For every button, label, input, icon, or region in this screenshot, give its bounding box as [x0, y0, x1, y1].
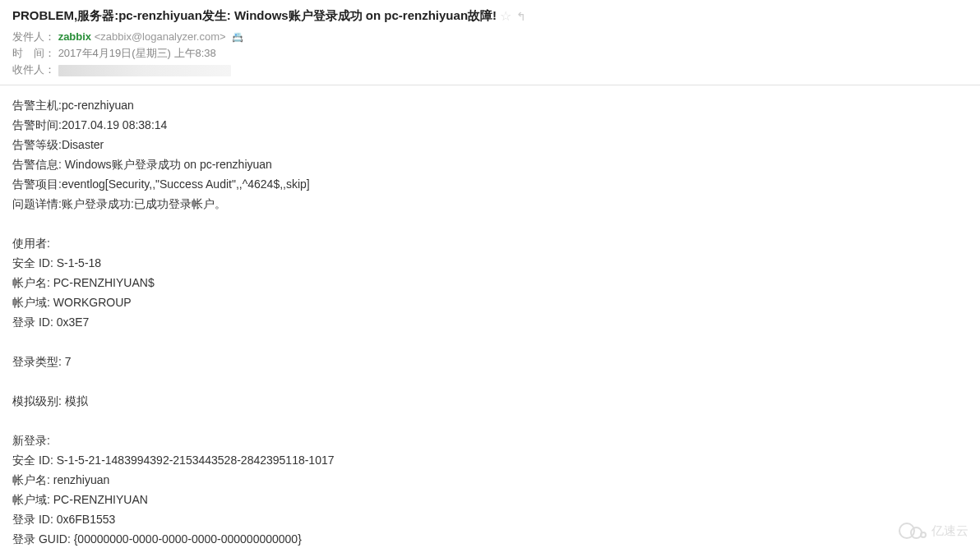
watermark-cloud-icon	[899, 522, 927, 540]
recipient-row: 收件人：	[12, 62, 968, 78]
time-label: 时 间：	[12, 47, 55, 59]
recipient-label: 收件人：	[12, 63, 55, 76]
time-value: 2017年4月19日(星期三) 上午8:38	[58, 47, 216, 59]
contact-card-icon[interactable]: 📇	[232, 32, 243, 42]
body-line	[12, 332, 968, 352]
recipient-redacted	[58, 65, 231, 76]
body-line: 告警项目:eventlog[Security,,"Success Audit",…	[12, 174, 968, 194]
sender-email: <zabbix@loganalyzer.com>	[95, 30, 226, 43]
body-line: 帐户名: renzhiyuan	[12, 470, 968, 490]
body-line: 帐户名: PC-RENZHIYUAN$	[12, 273, 968, 292]
time-row: 时 间： 2017年4月19日(星期三) 上午8:38	[12, 45, 968, 62]
body-line: 登录 GUID: {00000000-0000-0000-0000-000000…	[12, 529, 968, 548]
star-icon[interactable]: ☆	[500, 8, 511, 24]
body-line: 问题详情:账户登录成功:已成功登录帐户。	[12, 194, 968, 214]
sender-label: 发件人：	[12, 30, 55, 43]
watermark: 亿速云	[899, 522, 968, 540]
sender-name[interactable]: zabbix	[58, 30, 91, 43]
reply-back-icon[interactable]: ↰	[516, 10, 526, 23]
body-line: 告警等级:Disaster	[12, 135, 968, 154]
body-line: 帐户域: PC-RENZHIYUAN	[12, 490, 968, 509]
body-line: 登录 ID: 0x6FB1553	[12, 509, 968, 529]
body-line	[12, 371, 968, 391]
subject-row: PROBLEM,服务器:pc-renzhiyuan发生: Windows账户登录…	[12, 8, 968, 24]
body-line: 登录类型: 7	[12, 352, 968, 371]
watermark-text: 亿速云	[931, 523, 968, 539]
body-line: 告警信息: Windows账户登录成功 on pc-renzhiyuan	[12, 154, 968, 174]
body-line: 安全 ID: S-1-5-18	[12, 253, 968, 273]
sender-row: 发件人： zabbix <zabbix@loganalyzer.com> 📇	[12, 29, 968, 45]
body-line	[12, 411, 968, 431]
body-line: 安全 ID: S-1-5-21-1483994392-2153443528-28…	[12, 450, 968, 470]
body-line: 告警时间:2017.04.19 08:38:14	[12, 115, 968, 135]
email-header: PROBLEM,服务器:pc-renzhiyuan发生: Windows账户登录…	[0, 0, 980, 85]
email-subject: PROBLEM,服务器:pc-renzhiyuan发生: Windows账户登录…	[12, 8, 497, 24]
body-line: 新登录:	[12, 431, 968, 450]
body-line	[12, 214, 968, 233]
body-line: 使用者:	[12, 233, 968, 253]
body-line: 帐户域: WORKGROUP	[12, 292, 968, 312]
body-line: 登录 ID: 0x3E7	[12, 312, 968, 332]
email-body: 告警主机:pc-renzhiyuan告警时间:2017.04.19 08:38:…	[0, 85, 980, 548]
body-line: 模拟级别: 模拟	[12, 391, 968, 411]
body-line: 告警主机:pc-renzhiyuan	[12, 95, 968, 115]
